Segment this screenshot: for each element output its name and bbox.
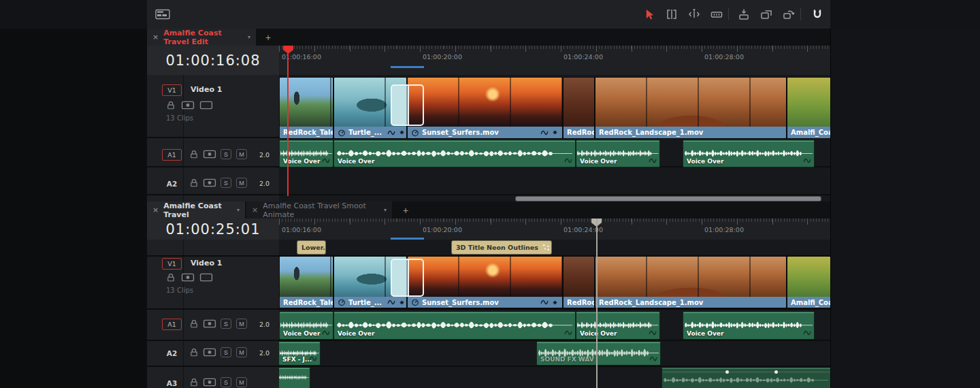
- enable-audio-track-icon[interactable]: [203, 347, 216, 357]
- mute-button[interactable]: M: [236, 347, 247, 357]
- lock-icon[interactable]: [189, 178, 199, 188]
- chevron-down-icon[interactable]: ▾: [384, 207, 387, 213]
- snapping-button[interactable]: [808, 6, 826, 22]
- audio-clip-voice-over[interactable]: Voice Over: [576, 140, 659, 167]
- curve-icon[interactable]: [564, 157, 572, 165]
- mute-button[interactable]: M: [236, 178, 247, 188]
- track-level[interactable]: 2.0: [259, 180, 270, 187]
- track-name-video1[interactable]: Video 1: [191, 85, 222, 94]
- audio-clip-voice-over[interactable]: Voice Over: [576, 312, 659, 339]
- audio-clip-voice-over[interactable]: Voice Over: [334, 140, 575, 167]
- video-clip-redrock[interactable]: RedRoc...: [564, 257, 594, 308]
- scrollbar-thumb[interactable]: [515, 196, 821, 201]
- replace-clip-button[interactable]: [780, 6, 798, 22]
- trim-edit-mode-button[interactable]: [663, 6, 681, 22]
- enable-audio-track-icon[interactable]: [203, 377, 216, 387]
- lock-icon[interactable]: [189, 149, 199, 159]
- lock-icon[interactable]: [166, 272, 176, 282]
- track-badge-a2[interactable]: A2: [162, 347, 182, 359]
- curve-icon[interactable]: [322, 157, 330, 165]
- timeline-view-options-button[interactable]: [154, 6, 172, 22]
- transition-smooth-cut[interactable]: [391, 259, 424, 297]
- video-clip-redrock-landscape[interactable]: RedRock_Landscape_1.mov: [595, 257, 786, 308]
- title-clip-3d-title-neon-outlines[interactable]: 3D Title Neon Outlines: [452, 241, 551, 254]
- dynamic-trim-mode-button[interactable]: [685, 6, 703, 22]
- mute-button[interactable]: M: [236, 149, 247, 159]
- curve-icon[interactable]: [803, 157, 811, 165]
- enable-video-track-icon[interactable]: [181, 272, 195, 282]
- timeline-a-ruler[interactable]: 01:00:16:00 01:00:20:00 01:00:24:00 01:0…: [279, 46, 830, 76]
- video-clip-sunset-surfers[interactable]: Sunset_Surfers.mov: [408, 78, 562, 138]
- playhead-line[interactable]: [287, 46, 289, 196]
- clip-color-icon[interactable]: [199, 100, 213, 110]
- keyframe-diamond-icon[interactable]: [398, 299, 406, 306]
- mute-button[interactable]: M: [236, 377, 247, 387]
- lock-icon[interactable]: [189, 377, 199, 387]
- solo-button[interactable]: S: [220, 149, 231, 159]
- video-clip-amalfi-coast[interactable]: Amalfi_Coast: [787, 78, 830, 138]
- video-clip-amalfi-coast[interactable]: Amalfi_Coast: [787, 257, 830, 308]
- enable-audio-track-icon[interactable]: [203, 319, 216, 329]
- track-badge-v1[interactable]: V1: [162, 84, 182, 96]
- track-badge-a1[interactable]: A1: [162, 149, 182, 161]
- chevron-down-icon[interactable]: ▾: [237, 207, 240, 213]
- lock-icon[interactable]: [166, 100, 176, 110]
- track-badge-a1[interactable]: A1: [162, 319, 182, 330]
- insert-clip-button[interactable]: [735, 6, 753, 22]
- track-badge-a3[interactable]: A3: [162, 377, 182, 388]
- curve-icon[interactable]: [649, 355, 657, 363]
- audio-clip-voice-over[interactable]: Voice Over: [683, 312, 814, 339]
- track-level[interactable]: 2.0: [259, 321, 270, 328]
- timecode-display[interactable]: 01:00:16:08: [165, 52, 260, 69]
- curve-icon[interactable]: [540, 129, 549, 137]
- timeline-b-ruler[interactable]: 01:00:16:00 01:00:20:00 01:00:24:00 01:0…: [279, 219, 830, 240]
- curve-icon[interactable]: [309, 355, 317, 363]
- curve-icon[interactable]: [540, 298, 549, 306]
- title-clip-lower-third[interactable]: Lower...: [297, 241, 325, 254]
- curve-icon[interactable]: [387, 129, 395, 137]
- audio-clip-voice-over[interactable]: Voice Over: [280, 312, 333, 339]
- enable-audio-track-icon[interactable]: [203, 149, 216, 159]
- track-badge-a2[interactable]: A2: [162, 178, 182, 189]
- mute-button[interactable]: M: [236, 319, 247, 329]
- close-tab-icon[interactable]: ×: [152, 33, 159, 42]
- keyframe-dot[interactable]: [725, 370, 729, 374]
- video-clip-sunset-surfers[interactable]: Sunset_Surfers.mov: [408, 257, 562, 308]
- solo-button[interactable]: S: [220, 178, 231, 188]
- clip-color-icon[interactable]: [199, 272, 213, 282]
- add-timeline-tab-button[interactable]: +: [261, 29, 275, 46]
- timeline-tab-amalfie-coast-travel[interactable]: × Amalfie Coast Travel_ ▾: [147, 201, 245, 219]
- volume-automation-line[interactable]: [662, 372, 830, 372]
- curve-icon[interactable]: [387, 298, 395, 306]
- audio-clip-music[interactable]: [662, 368, 830, 388]
- close-tab-icon[interactable]: ×: [152, 206, 159, 214]
- overwrite-clip-button[interactable]: [757, 6, 775, 22]
- enable-video-track-icon[interactable]: [181, 100, 195, 110]
- enable-audio-track-icon[interactable]: [203, 178, 216, 188]
- audio-clip-sfx[interactable]: SFX - J...: [279, 342, 320, 365]
- keyframe-dot[interactable]: [774, 370, 778, 374]
- track-badge-v1[interactable]: V1: [162, 258, 182, 270]
- track-level[interactable]: 2.0: [259, 151, 270, 159]
- add-timeline-tab-button[interactable]: +: [399, 201, 412, 219]
- solo-button[interactable]: S: [220, 319, 231, 329]
- curve-icon[interactable]: [564, 329, 572, 337]
- close-tab-icon[interactable]: ×: [252, 206, 258, 214]
- curve-icon[interactable]: [803, 329, 811, 337]
- timeline-tab-smooth-animate[interactable]: × Amalfie Coast Travel Smoot Animate ▾: [246, 201, 392, 219]
- curve-icon[interactable]: [649, 329, 657, 337]
- blade-edit-mode-button[interactable]: [708, 6, 725, 22]
- timecode-display[interactable]: 01:00:25:01: [165, 221, 260, 238]
- playhead-line[interactable]: [596, 219, 598, 388]
- solo-button[interactable]: S: [220, 347, 231, 357]
- timeline-tab-amalfie-coast-travel-edit[interactable]: × Amalfie Coast Travel Edit ▾: [147, 29, 256, 46]
- chevron-down-icon[interactable]: ▾: [248, 34, 250, 40]
- audio-clip-a3[interactable]: [279, 368, 310, 388]
- keyframe-diamond-icon[interactable]: [551, 129, 559, 136]
- audio-clip-sound-fx[interactable]: SOUND FX WAV: [537, 342, 660, 365]
- solo-button[interactable]: S: [220, 377, 231, 387]
- video-clip-redrock-talent[interactable]: RedRock_Talen...: [280, 257, 333, 308]
- transition-smooth-cut[interactable]: [391, 84, 424, 126]
- keyframe-diamond-icon[interactable]: [398, 129, 406, 136]
- selection-mode-button[interactable]: [640, 6, 658, 22]
